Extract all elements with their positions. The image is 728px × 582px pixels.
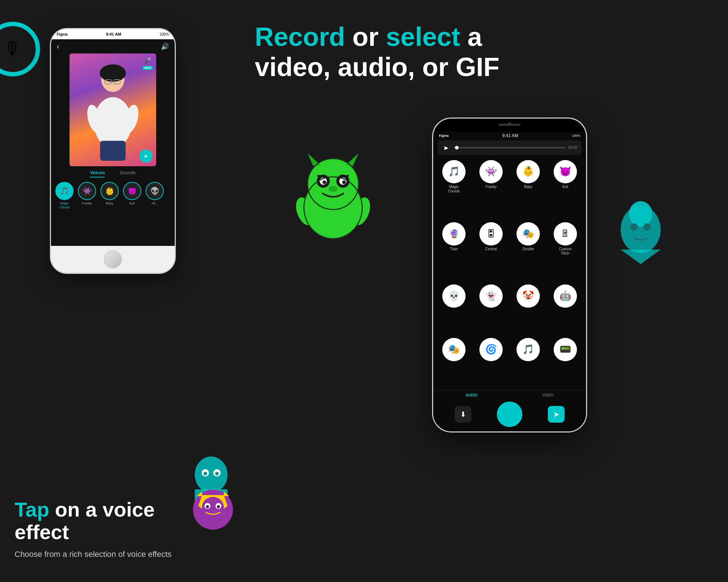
right-headline: Record or select avideo, audio, or GIF [255, 22, 699, 82]
effects-grid: 🎵 MagicChords 👾 Franky 👶 Baby 😈 Evil [433, 157, 586, 390]
effect2-franky[interactable]: 👾 Franky [475, 160, 507, 218]
effect2-extra4-icon: 📟 [554, 338, 577, 361]
download-button[interactable]: ⬇ [455, 406, 471, 423]
phone1-frame: Figma 9:41 AM 100% ‹ 🔊 [51, 29, 175, 273]
effect2-extra3[interactable]: 🎵 [512, 338, 545, 387]
tab2-audio-label: AUDIO [466, 393, 477, 397]
effect2-titan[interactable]: 🔮 Titan [438, 222, 470, 280]
phone1-carrier: Figma [57, 32, 67, 36]
svg-point-1 [100, 64, 126, 82]
effect2-central-label: Central [485, 247, 497, 251]
effect2-baby-icon: 👶 [517, 160, 540, 183]
tab2-video-label: VIDEO [542, 393, 554, 397]
play-button[interactable]: ▶ [442, 143, 451, 152]
effect-baby[interactable]: 👶 Baby [100, 182, 119, 210]
left-panel: 🎙 Figma 9:41 AM 100% ‹ 🔊 [0, 0, 226, 582]
effect2-extra2[interactable]: 🌀 [475, 338, 507, 387]
phone1-topbar: ‹ 🔊 [51, 39, 175, 53]
svg-point-12 [203, 472, 207, 475]
svg-point-46 [629, 201, 652, 227]
effect2-extra2-icon: 🌀 [479, 338, 503, 361]
tab-sounds[interactable]: Sounds [119, 170, 135, 178]
player-track[interactable] [454, 147, 565, 148]
deco-bell-sticker [612, 199, 670, 264]
phone2-content: ▶ 00:00 🎵 MagicChords 👾 Franky [433, 138, 586, 431]
svg-point-40 [329, 186, 337, 192]
person-figure [80, 57, 146, 163]
back-icon[interactable]: ‹ [57, 42, 59, 51]
effect-franky-icon: 👾 [78, 182, 96, 200]
volume-icon[interactable]: 🔊 [161, 43, 169, 51]
effect2-titan-icon: 🔮 [442, 222, 466, 246]
effect-magic-chords[interactable]: 🎵 MagicChords [55, 182, 74, 210]
effect2-skull-icon: 💀 [442, 284, 466, 308]
effect-evil[interactable]: 😈 Evil [122, 182, 142, 210]
teal-sticker-icon: 🎙 [4, 39, 22, 60]
effect-alien[interactable]: 👽 Ali... [145, 182, 165, 210]
phone1-statusbar: Figma 9:41 AM 100% [51, 29, 175, 39]
effect2-franky-icon: 👾 [479, 160, 503, 183]
effect-franky-label: Franky [82, 202, 92, 206]
effect-evil-label: Evil [130, 202, 135, 206]
phone1-tabs: Voices Sounds [51, 166, 175, 179]
right-phone-area: Figma 9:41 AM 100% ▶ 00:00 🎵 [255, 89, 699, 582]
phone2-statusbar: Figma 9:41 AM 100% [433, 132, 586, 138]
svg-marker-49 [621, 250, 661, 264]
phone2-device: Figma 9:41 AM 100% ▶ 00:00 🎵 [433, 119, 586, 431]
select-word: select [386, 22, 460, 51]
dub-badge: 🎤 NEW! [143, 57, 153, 70]
new-badge: NEW! [143, 66, 153, 70]
record-button[interactable] [497, 402, 522, 427]
effect-evil-icon: 😈 [123, 182, 141, 200]
tab-voices[interactable]: Voices [90, 170, 105, 178]
player-time: 00:00 [568, 146, 577, 150]
effect-alien-label: Ali... [151, 202, 158, 206]
effect2-clown[interactable]: 🤡 [512, 284, 545, 334]
effect-franky[interactable]: 👾 Franky [77, 182, 97, 210]
svg-point-47 [630, 223, 638, 231]
effect2-evil[interactable]: 😈 Evil [549, 160, 582, 218]
svg-marker-30 [308, 153, 320, 166]
effect2-robot-icon: 🤖 [554, 284, 577, 308]
effect2-baby[interactable]: 👶 Baby [512, 160, 545, 218]
effect2-extra1[interactable]: 🎭 [438, 338, 470, 387]
evil-sticker-svg [189, 486, 237, 533]
effect2-custom-pitch[interactable]: 🎚 CustomPitch [549, 222, 582, 280]
effect-baby-icon: 👶 [100, 182, 119, 200]
svg-point-25 [217, 505, 220, 508]
video-placeholder [70, 53, 156, 166]
share-button[interactable]: ➤ [139, 150, 153, 163]
share-button2[interactable]: ➤ [548, 406, 565, 423]
tab2-video[interactable]: VIDEO [542, 393, 554, 397]
audio-player: ▶ 00:00 [438, 140, 582, 155]
effect2-magic-chords-icon: 🎵 [442, 160, 466, 183]
effect2-ghost[interactable]: 👻 [475, 284, 507, 334]
phone1-content: ‹ 🔊 [51, 39, 175, 246]
monster-sticker-svg [291, 151, 375, 246]
phone2-speaker-grill [499, 124, 521, 126]
left-bottom-text: Tap on a voiceeffect Choose from a rich … [15, 498, 218, 560]
effect2-custom-pitch-icon: 🎚 [554, 222, 577, 246]
home-button[interactable] [104, 250, 122, 268]
svg-point-36 [323, 180, 326, 184]
tap-word: Tap [15, 498, 49, 521]
player-scrubber[interactable] [455, 146, 459, 150]
svg-point-13 [215, 472, 219, 475]
effect2-central[interactable]: 🎛 Central [475, 222, 507, 280]
svg-rect-5 [100, 141, 126, 161]
deco-teal-circle-icon: 🎙 [0, 22, 40, 76]
effect2-magic-chords-label: MagicChords [448, 185, 460, 194]
effect2-double[interactable]: 🎭 Double [512, 222, 545, 280]
phone2-actions: ⬇ ➤ [433, 399, 586, 431]
tap-headline: Tap on a voiceeffect [15, 498, 218, 543]
svg-marker-26 [197, 491, 202, 496]
effect2-extra4[interactable]: 📟 [549, 338, 582, 387]
effect2-skull[interactable]: 💀 [438, 284, 470, 334]
effect-baby-label: Baby [106, 202, 114, 206]
effect2-double-icon: 🎭 [517, 222, 540, 246]
effect2-magic-chords[interactable]: 🎵 MagicChords [438, 160, 470, 218]
bell-svg [612, 199, 670, 264]
tab2-audio[interactable]: AUDIO [466, 393, 477, 397]
tap-subtext: Choose from a rich selection of voice ef… [15, 549, 218, 560]
effect2-robot[interactable]: 🤖 [549, 284, 582, 334]
